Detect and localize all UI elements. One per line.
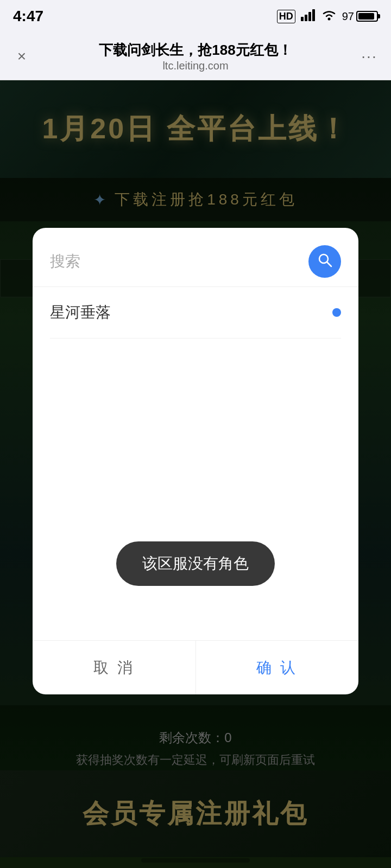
browser-title-area: 下载问剑长生，抢188元红包！ ltc.leiting.com <box>41 41 350 72</box>
more-button[interactable]: ··· <box>358 46 380 67</box>
svg-rect-0 <box>301 17 304 21</box>
search-placeholder: 搜索 <box>50 251 308 272</box>
dialog-footer: 取 消 确 认 <box>33 640 358 694</box>
svg-rect-1 <box>305 15 307 21</box>
home-indicator <box>141 858 250 863</box>
svg-point-4 <box>327 18 330 21</box>
close-button[interactable]: × <box>11 46 33 67</box>
browser-bar: × 下载问剑长生，抢188元红包！ ltc.leiting.com ··· <box>0 33 391 80</box>
server-list: 星河垂落 <box>33 287 358 640</box>
toast-message: 该区服没有角色 <box>116 541 275 586</box>
svg-rect-3 <box>312 9 315 21</box>
search-button[interactable] <box>308 245 341 278</box>
svg-line-6 <box>327 262 331 266</box>
signal-icon <box>301 9 316 23</box>
status-time: 4:47 <box>13 8 43 25</box>
cancel-button[interactable]: 取 消 <box>33 641 195 694</box>
search-icon <box>317 252 332 271</box>
server-name: 星河垂落 <box>50 302 111 323</box>
server-select-dialog: 搜索 星河垂落 该区服没有角色 取 消 确 认 <box>33 228 358 694</box>
browser-title: 下载问剑长生，抢188元红包！ <box>99 41 292 60</box>
wifi-icon <box>321 9 337 23</box>
search-area: 搜索 <box>33 228 358 287</box>
browser-url: ltc.leiting.com <box>162 60 228 72</box>
hd-icon: HD <box>277 10 295 23</box>
confirm-button[interactable]: 确 认 <box>196 641 359 694</box>
selected-indicator <box>332 308 341 317</box>
status-bar: 4:47 HD 97 <box>0 0 391 33</box>
status-icons: HD 97 <box>277 9 378 23</box>
list-item[interactable]: 星河垂落 <box>50 287 341 339</box>
svg-rect-2 <box>308 12 311 21</box>
battery-indicator: 97 <box>342 10 378 23</box>
battery-percent: 97 <box>342 10 354 23</box>
